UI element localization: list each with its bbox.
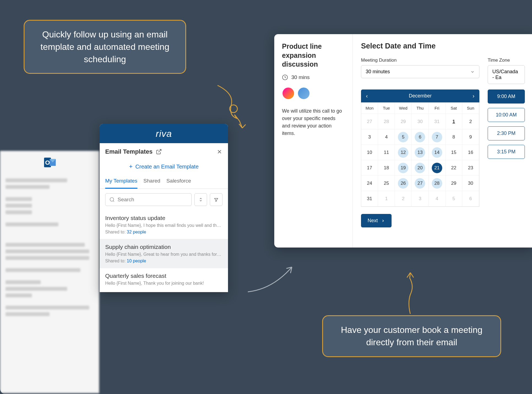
- template-shared: Shared to: 10 people: [105, 259, 222, 263]
- calendar-day: 31: [429, 114, 446, 129]
- calendar-day[interactable]: 8: [446, 129, 462, 145]
- calendar-day-header: Mon: [361, 102, 378, 114]
- template-preview: Hello {First Name}, I hope this email fi…: [105, 223, 222, 228]
- timezone-value: US/Canada - Ea: [492, 69, 520, 80]
- calendar: ‹ December › MonTueWedThuFriSatSun272829…: [361, 89, 479, 207]
- calendar-day: 29: [395, 114, 412, 129]
- plus-icon: +: [129, 163, 133, 170]
- duration-label: Meeting Duration: [361, 58, 479, 63]
- template-item[interactable]: Supply chain optimization Hello {First N…: [100, 239, 228, 268]
- calendar-day-header: Wed: [395, 102, 412, 114]
- calendar-prev[interactable]: ‹: [366, 93, 368, 99]
- calendar-day[interactable]: 25: [378, 176, 395, 191]
- template-title: Supply chain optimization: [105, 244, 222, 250]
- calendar-day-header: Thu: [412, 102, 428, 114]
- calendar-day[interactable]: 27: [412, 176, 428, 191]
- callout-bottom: Have your customer book a meeting direct…: [322, 315, 501, 357]
- calendar-day[interactable]: 14: [429, 145, 446, 160]
- time-slot[interactable]: 3:15 PM: [488, 145, 525, 159]
- calendar-day[interactable]: 17: [361, 160, 378, 176]
- calendar-day[interactable]: 2: [462, 114, 479, 129]
- calendar-day[interactable]: 24: [361, 176, 378, 191]
- meeting-description: We will utilize this call to go over you…: [282, 107, 345, 137]
- calendar-day[interactable]: 19: [395, 160, 412, 176]
- svg-text:O: O: [45, 159, 50, 166]
- calendar-day[interactable]: 31: [361, 191, 378, 206]
- calendar-day[interactable]: 12: [395, 145, 412, 160]
- calendar-day[interactable]: 30: [462, 176, 479, 191]
- calendar-day[interactable]: 3: [361, 129, 378, 145]
- calendar-day[interactable]: 1: [446, 114, 462, 129]
- calendar-day[interactable]: 6: [412, 129, 428, 145]
- time-slots: 9:00 AM10:00 AM2:30 PM3:15 PM: [488, 89, 525, 207]
- calendar-day-header: Sun: [462, 102, 479, 114]
- svg-point-3: [110, 198, 114, 201]
- time-slot[interactable]: 10:00 AM: [488, 108, 525, 122]
- calendar-day-header: Fri: [429, 102, 446, 114]
- arrow-decoration: [215, 83, 253, 132]
- calendar-day[interactable]: 7: [429, 129, 446, 145]
- calendar-day[interactable]: 9: [462, 129, 479, 145]
- timezone-select[interactable]: US/Canada - Ea: [488, 65, 525, 84]
- template-preview: Hello {First Name}, Thank you for joinin…: [105, 281, 222, 286]
- next-button[interactable]: Next: [361, 214, 392, 227]
- calendar-day: 4: [429, 191, 446, 206]
- calendar-day: 28: [378, 114, 395, 129]
- avatar: [297, 87, 310, 100]
- template-item[interactable]: Inventory status update Hello {First Nam…: [100, 210, 228, 239]
- calendar-day: 1: [378, 191, 395, 206]
- calendar-day[interactable]: 29: [446, 176, 462, 191]
- duration-select[interactable]: 30 minutes: [361, 65, 479, 78]
- calendar-day[interactable]: 4: [378, 129, 395, 145]
- calendar-day[interactable]: 26: [395, 176, 412, 191]
- calendar-day[interactable]: 16: [462, 145, 479, 160]
- create-template-button[interactable]: + Create an Email Template: [100, 159, 228, 174]
- calendar-day[interactable]: 13: [412, 145, 428, 160]
- meeting-duration-text: 30 mins: [291, 74, 310, 80]
- avatar: [282, 87, 295, 100]
- close-icon[interactable]: [216, 149, 222, 155]
- search-input[interactable]: [118, 197, 188, 203]
- duration-value: 30 minutes: [366, 69, 390, 75]
- template-title: Quarterly sales forecast: [105, 273, 222, 279]
- calendar-next[interactable]: ›: [473, 93, 474, 99]
- calendar-day[interactable]: 28: [429, 176, 446, 191]
- external-link-icon[interactable]: [156, 149, 162, 155]
- panel-title-text: Email Templates: [105, 148, 153, 155]
- filter-button[interactable]: [210, 193, 222, 206]
- template-item[interactable]: Quarterly sales forecast Hello {First Na…: [100, 268, 228, 292]
- calendar-day[interactable]: 10: [361, 145, 378, 160]
- calendar-day[interactable]: 11: [378, 145, 395, 160]
- riva-logo: riva: [156, 128, 172, 139]
- sort-icon: [198, 197, 203, 202]
- chevron-right-icon: [381, 219, 385, 223]
- calendar-day[interactable]: 5: [395, 129, 412, 145]
- tab-salesforce[interactable]: Salesforce: [166, 174, 191, 189]
- calendar-day[interactable]: 18: [378, 160, 395, 176]
- calendar-day: 6: [462, 191, 479, 206]
- riva-panel: riva Email Templates + Create an Email T…: [100, 124, 228, 292]
- riva-header: riva: [100, 124, 228, 143]
- calendar-day[interactable]: 22: [446, 160, 462, 176]
- search-icon: [109, 197, 115, 202]
- clock-icon: [282, 74, 288, 80]
- time-slot[interactable]: 2:30 PM: [488, 126, 525, 140]
- callout-top: Quickly follow up using an email templat…: [24, 20, 186, 74]
- outlook-icon: O: [41, 154, 58, 171]
- tab-my-templates[interactable]: My Templates: [105, 174, 137, 189]
- sort-button[interactable]: [194, 193, 207, 206]
- time-slot[interactable]: 9:00 AM: [488, 89, 525, 104]
- meeting-duration: 30 mins: [282, 74, 345, 80]
- calendar-day: 5: [446, 191, 462, 206]
- template-preview: Hello {First Name}, Great to hear from y…: [105, 252, 222, 257]
- search-input-wrapper[interactable]: [105, 193, 192, 206]
- tab-shared[interactable]: Shared: [143, 174, 160, 189]
- calendar-day[interactable]: 23: [462, 160, 479, 176]
- calendar-day[interactable]: 15: [446, 145, 462, 160]
- calendar-day[interactable]: 21: [429, 160, 446, 176]
- calendar-day[interactable]: 20: [412, 160, 428, 176]
- timezone-label: Time Zone: [488, 58, 525, 63]
- filter-icon: [214, 197, 219, 202]
- chevron-down-icon: [470, 70, 475, 74]
- attendees: [282, 87, 345, 100]
